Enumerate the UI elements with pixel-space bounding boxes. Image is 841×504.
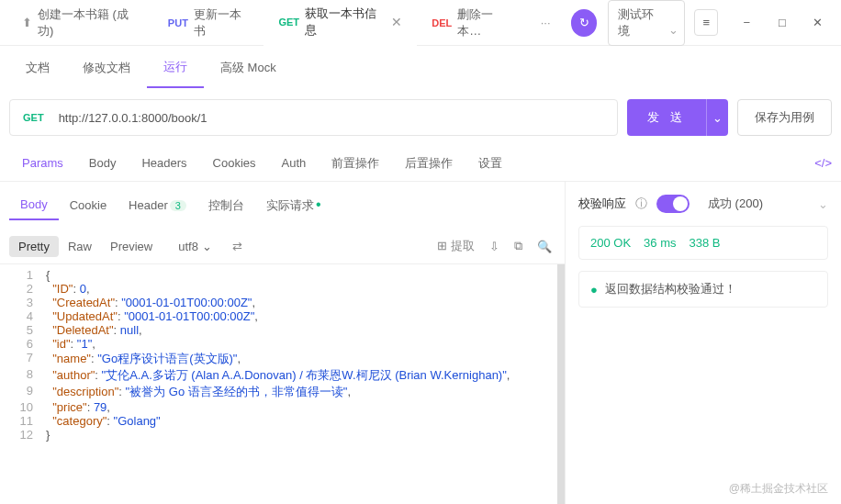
view-chip[interactable]: Preview — [101, 236, 162, 257]
validation-panel: 校验响应 ⓘ 成功 (200) ⌄ 200 OK 36 ms 338 B ● 返… — [566, 182, 841, 504]
section-tab[interactable]: 设置 — [465, 146, 515, 181]
chevron-down-icon[interactable]: ⌄ — [818, 197, 828, 211]
search-icon[interactable]: 🔍 — [533, 236, 555, 257]
section-tab[interactable]: Body — [76, 147, 129, 179]
view-chip[interactable]: Raw — [59, 236, 101, 257]
request-bar: GET http://127.0.0.1:8000/book/1 发 送 ⌄ 保… — [0, 90, 841, 145]
check-icon: ● — [590, 283, 598, 297]
status-row: 200 OK 36 ms 338 B — [578, 226, 828, 260]
api-tab[interactable]: ⬆创建一本书籍 (成功) — [7, 0, 153, 46]
json-editor[interactable]: 1{2 "ID": 0,3 "CreatedAt": "0001-01-01T0… — [0, 264, 565, 504]
menu-button[interactable]: ≡ — [694, 9, 718, 36]
tab-close-icon[interactable]: ✕ — [391, 15, 402, 29]
response-panel: BodyCookieHeader3控制台实际请求• PrettyRawPrevi… — [0, 182, 566, 504]
window-close[interactable]: ✕ — [802, 5, 834, 41]
download-icon[interactable]: ⇩ — [486, 236, 503, 257]
section-tab[interactable]: Auth — [269, 147, 320, 179]
watermark: @稀土掘金技术社区 — [729, 481, 828, 497]
response-tab[interactable]: Body — [9, 190, 59, 220]
tab-strip: ⬆创建一本书籍 (成功)PUT更新一本书GET获取一本书信息✕DEL删除一本… — [7, 0, 528, 46]
tabs-more[interactable]: ··· — [532, 16, 560, 29]
refresh-button[interactable]: ↻ — [571, 9, 598, 37]
validate-toggle[interactable] — [656, 195, 690, 213]
response-tab[interactable]: 实际请求• — [255, 189, 332, 221]
method-label: GET — [23, 112, 44, 123]
section-tab[interactable]: 后置操作 — [392, 146, 465, 181]
response-tab[interactable]: Header3 — [118, 191, 197, 219]
api-tab[interactable]: PUT更新一本书 — [153, 0, 264, 46]
extract-button[interactable]: ⊞ 提取 — [433, 234, 478, 258]
section-tab[interactable]: Headers — [129, 147, 199, 179]
api-tab[interactable]: DEL删除一本… — [417, 0, 528, 46]
status-time: 36 ms — [644, 236, 676, 250]
response-tabs: BodyCookieHeader3控制台实际请求• — [0, 182, 565, 229]
validate-label: 校验响应 — [578, 196, 626, 212]
url-box[interactable]: GET http://127.0.0.1:8000/book/1 — [9, 99, 618, 136]
sub-tab[interactable]: 修改文档 — [66, 49, 147, 87]
sub-tab[interactable]: 高级 Mock — [204, 49, 293, 87]
section-tabs: ParamsBodyHeadersCookiesAuth前置操作后置操作设置</… — [0, 145, 841, 182]
sub-tab[interactable]: 运行 — [147, 48, 204, 88]
send-dropdown[interactable]: ⌄ — [706, 99, 728, 136]
save-case-button[interactable]: 保存为用例 — [737, 99, 832, 136]
api-tab[interactable]: GET获取一本书信息✕ — [264, 0, 417, 46]
status-code: 200 OK — [590, 236, 631, 250]
copy-icon[interactable]: ⧉ — [510, 235, 526, 257]
response-toolbar: PrettyRawPreview utf8 ⌄ ⇄ ⊞ 提取 ⇩ ⧉ 🔍 — [0, 229, 565, 264]
response-tab[interactable]: 控制台 — [197, 190, 255, 221]
main-area: BodyCookieHeader3控制台实际请求• PrettyRawPrevi… — [0, 182, 841, 504]
response-tab[interactable]: Cookie — [59, 191, 118, 219]
validation-pass: ● 返回数据结构校验通过！ — [578, 271, 828, 308]
section-tab[interactable]: Params — [9, 147, 76, 179]
window-minimize[interactable]: − — [731, 5, 763, 41]
encoding-select[interactable]: utf8 ⌄ — [169, 236, 220, 257]
section-tab[interactable]: Cookies — [200, 147, 269, 179]
send-button[interactable]: 发 送 — [627, 99, 706, 136]
section-tab[interactable]: 前置操作 — [319, 146, 392, 181]
url-text: http://127.0.0.1:8000/book/1 — [59, 111, 605, 125]
sub-tabs: 文档修改文档运行高级 Mock — [0, 46, 841, 90]
format-icon[interactable]: ⇄ — [229, 236, 246, 257]
status-label: 成功 (200) — [708, 196, 763, 212]
env-select[interactable]: 测试环境 — [608, 0, 685, 46]
sub-tab[interactable]: 文档 — [9, 49, 66, 87]
code-icon[interactable]: </> — [814, 156, 832, 170]
status-size: 338 B — [690, 236, 721, 250]
view-chip[interactable]: Pretty — [9, 236, 59, 257]
window-maximize[interactable]: □ — [767, 5, 799, 41]
title-bar: ⬆创建一本书籍 (成功)PUT更新一本书GET获取一本书信息✕DEL删除一本… … — [0, 0, 841, 46]
